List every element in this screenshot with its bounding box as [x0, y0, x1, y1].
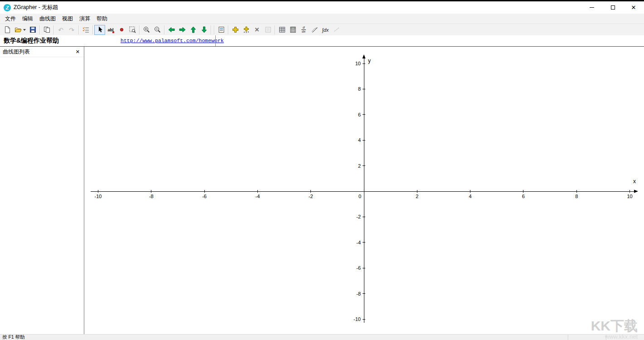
label-tool-button[interactable]: abl [105, 25, 116, 35]
curve-list-panel-title: 曲线图列表 [3, 48, 30, 56]
svg-text:10: 10 [355, 61, 361, 66]
zoom-region-button[interactable] [127, 25, 138, 35]
svg-text:2: 2 [416, 194, 418, 199]
toolbar-separator [78, 25, 79, 34]
zoom-out-icon [154, 26, 161, 34]
graph-properties-button[interactable] [216, 25, 227, 35]
close-button[interactable]: ✕ [623, 1, 644, 14]
graph-properties-icon [218, 26, 225, 34]
label-tool-caret [112, 31, 114, 33]
regression-button[interactable] [331, 25, 342, 35]
curve-list-button[interactable] [80, 25, 91, 35]
toolbar: ↶ ↷ abl [0, 24, 644, 35]
open-file-button[interactable] [13, 25, 27, 35]
toolbar-separator [92, 25, 93, 34]
title-bar: Z ZGrapher - 无标题 ✕ [0, 1, 644, 14]
pan-left-icon [168, 26, 175, 34]
svg-text:-2: -2 [309, 194, 313, 199]
new-file-button[interactable] [2, 25, 13, 35]
maximize-button[interactable] [602, 1, 623, 14]
calculator-button[interactable] [287, 25, 298, 35]
toolbar-separator [139, 25, 140, 34]
new-file-icon [4, 26, 11, 34]
delete-curve-button[interactable]: ✕ [252, 25, 262, 35]
toolbar-separator [39, 25, 40, 34]
toolbar-separator [53, 25, 54, 34]
toolbar-separator [211, 25, 211, 34]
pan-left-button[interactable] [166, 25, 177, 35]
curve-list-panel: 曲线图列表 ✕ [0, 47, 84, 334]
zoom-in-button[interactable] [141, 25, 152, 35]
window-title: ZGrapher - 无标题 [14, 4, 58, 11]
redo-icon: ↷ [69, 27, 74, 33]
copy-button[interactable] [41, 25, 52, 35]
pan-down-button[interactable] [199, 25, 209, 35]
svg-text:-6: -6 [356, 265, 361, 271]
banner-title: 数学&编程作业帮助 [4, 37, 59, 45]
pan-down-icon [200, 26, 208, 34]
status-text: 按 F1 帮助 [2, 334, 25, 340]
status-separator [568, 335, 568, 340]
pan-up-icon [189, 26, 197, 34]
integral-button[interactable]: ∫dx [320, 25, 331, 35]
svg-text:4: 4 [358, 137, 361, 143]
open-file-icon [15, 26, 22, 34]
tangent-icon [311, 26, 319, 34]
svg-text:0: 0 [358, 194, 361, 199]
toolbar-separator [228, 25, 228, 34]
add-point-curve-button[interactable] [241, 25, 252, 35]
point-tool-icon [118, 26, 126, 34]
toolbar-separator [275, 25, 275, 34]
svg-text:8: 8 [575, 194, 578, 199]
svg-text:-6: -6 [202, 194, 207, 199]
svg-text:-10: -10 [95, 194, 102, 199]
copy-icon [43, 26, 51, 34]
menu-calc[interactable]: 演算 [76, 14, 93, 24]
svg-text:-10: -10 [353, 316, 361, 322]
pan-up-button[interactable] [188, 25, 199, 35]
graph-canvas[interactable]: xy-10-8-6-4-2246810-10-8-6-4-22468100 [84, 47, 644, 334]
regression-icon [333, 26, 340, 34]
minimize-button[interactable] [581, 1, 602, 14]
zoom-out-button[interactable] [152, 25, 163, 35]
svg-text:8: 8 [358, 86, 361, 92]
calculator-icon [289, 26, 297, 34]
curve-list-panel-body[interactable] [0, 57, 84, 334]
svg-text:2: 2 [358, 163, 361, 169]
menu-help[interactable]: 帮助 [93, 14, 111, 24]
main-area: 曲线图列表 ✕ xy-10-8-6-4-2246810-10-8-6-4-224… [0, 47, 644, 334]
svg-text:-4: -4 [256, 194, 260, 199]
banner-link[interactable]: http://www.palamsoft.com/homework [121, 38, 224, 44]
zoom-region-icon [129, 26, 136, 34]
delete-curve-icon: ✕ [255, 26, 260, 33]
undo-button[interactable]: ↶ [55, 25, 66, 35]
pan-right-icon [179, 26, 186, 34]
toolbar-separator [164, 25, 165, 34]
integral-icon: ∫dx [322, 27, 329, 33]
menu-file[interactable]: 文件 [2, 14, 19, 24]
derivative-icon: d dx [301, 26, 306, 34]
tangent-button[interactable] [309, 25, 320, 35]
menu-view[interactable]: 视图 [59, 14, 76, 24]
svg-text:y: y [368, 58, 371, 64]
add-curve-button[interactable] [230, 25, 241, 35]
menu-edit[interactable]: 编辑 [19, 14, 36, 24]
undo-icon: ↶ [58, 27, 63, 33]
add-point-curve-icon [242, 26, 250, 34]
save-button[interactable] [27, 25, 38, 35]
point-tool-button[interactable] [116, 25, 127, 35]
svg-text:4: 4 [469, 194, 472, 199]
panel-close-icon[interactable]: ✕ [74, 49, 81, 55]
zoom-in-icon [143, 26, 150, 34]
toolbar-separator [214, 25, 214, 34]
menu-graph[interactable]: 曲线图 [36, 14, 59, 24]
curve-properties-button[interactable] [262, 25, 273, 35]
close-icon: ✕ [631, 4, 636, 11]
pointer-tool-button[interactable] [94, 25, 105, 35]
curve-list-panel-header: 曲线图列表 ✕ [0, 47, 84, 57]
table-button[interactable] [276, 25, 287, 35]
derivative-button[interactable]: d dx [298, 25, 309, 35]
app-window: Z ZGrapher - 无标题 ✕ 文件 编辑 曲线图 视图 演算 帮助 [0, 0, 644, 340]
redo-button[interactable]: ↷ [66, 25, 77, 35]
pan-right-button[interactable] [177, 25, 188, 35]
